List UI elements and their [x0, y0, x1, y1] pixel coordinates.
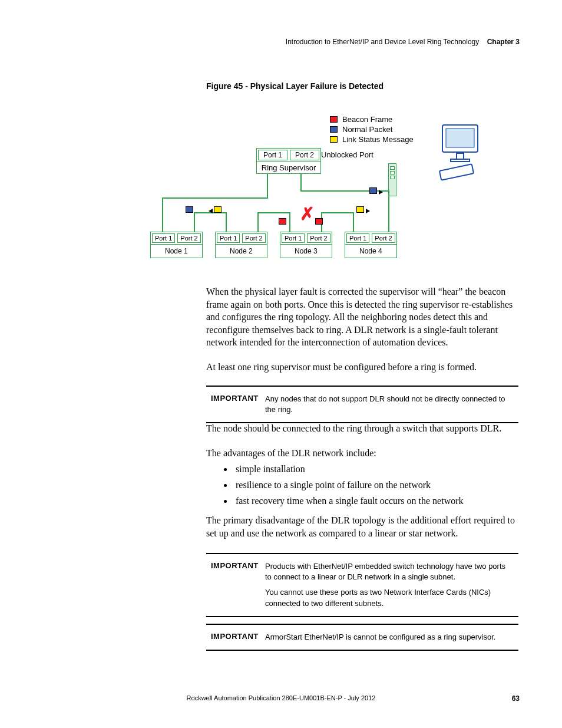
wire: [289, 212, 290, 232]
host-computer-icon: [439, 124, 483, 195]
page-footer: Rockwell Automation Publication 280E-UM0…: [0, 694, 562, 701]
page-number: 63: [512, 694, 520, 703]
wire: [353, 212, 354, 232]
node3-port1: Port 1: [282, 233, 305, 243]
node4-port1: Port 1: [346, 233, 369, 243]
legend-row: Link Status Message: [330, 135, 414, 144]
important-text: Products with EtherNet/IP embedded switc…: [265, 554, 518, 616]
advantages-list: simple installation resilience to a sing…: [219, 461, 518, 509]
link-status-packet-icon: [356, 206, 364, 213]
beacon-packet-icon: [279, 218, 286, 225]
supervisor-port2: Port 2: [290, 150, 319, 160]
node1-port1: Port 1: [152, 233, 175, 243]
diagram-legend: Beacon Frame Normal Packet Link Status M…: [330, 115, 414, 145]
arrow-right-icon: [379, 190, 383, 195]
node-3: Port 1 Port 2 Node 3: [280, 232, 332, 258]
important2-p2: You cannot use these ports as two Networ…: [265, 587, 514, 608]
chapter-label: Chapter 3: [487, 38, 520, 46]
legend-normal: Normal Packet: [342, 125, 392, 134]
page-header: Introduction to EtherNet/IP and Device L…: [286, 38, 520, 46]
fault-x-icon: ✗: [300, 203, 315, 224]
node3-label: Node 3: [280, 244, 332, 258]
link-status-packet-icon: [214, 206, 222, 213]
node4-label: Node 4: [345, 244, 396, 258]
paragraph-4: The advantages of the DLR network includ…: [206, 447, 518, 460]
arrow-left-icon: [209, 209, 213, 213]
node-2: Port 1 Port 2 Node 2: [215, 232, 267, 258]
important-label: IMPORTANT: [206, 625, 265, 650]
paragraph-1: When the physical layer fault is correct…: [206, 285, 518, 349]
node2-label: Node 2: [216, 244, 267, 258]
svg-rect-2: [457, 153, 464, 159]
node1-label: Node 1: [151, 244, 202, 258]
important-text: Any nodes that do not support DLR should…: [265, 387, 518, 422]
legend-linkstatus: Link Status Message: [342, 135, 414, 144]
node4-port2: Port 2: [372, 233, 395, 243]
paragraph-2: At least one ring supervisor must be con…: [206, 361, 518, 374]
dlr-diagram: Beacon Frame Normal Packet Link Status M…: [150, 115, 486, 268]
legend-swatch-red: [330, 116, 338, 123]
beacon-packet-icon: [315, 218, 323, 225]
legend-swatch-blue: [330, 126, 338, 133]
ring-supervisor: Port 1 Port 2 Ring Supervisor: [256, 148, 321, 174]
wire: [257, 212, 290, 213]
legend-beacon: Beacon Frame: [342, 115, 392, 124]
important-label: IMPORTANT: [206, 554, 265, 616]
wire: [321, 212, 354, 213]
wire: [300, 174, 302, 192]
list-item: resilience to a single point of failure …: [233, 477, 518, 493]
legend-row: Beacon Frame: [330, 115, 414, 124]
switch-device-icon: [388, 163, 396, 196]
node3-port2: Port 2: [307, 233, 330, 243]
wire: [162, 197, 268, 199]
node-4: Port 1 Port 2 Node 4: [345, 232, 397, 258]
node2-port2: Port 2: [242, 233, 265, 243]
wire: [267, 174, 268, 197]
important-box-3: IMPORTANT ArmorStart EtherNet/IP is cann…: [206, 624, 518, 651]
svg-rect-4: [439, 164, 474, 180]
list-item: fast recovery time when a single fault o…: [233, 493, 518, 509]
node1-port2: Port 2: [177, 233, 200, 243]
normal-packet-icon: [186, 206, 193, 213]
paragraph-3: The node should be connected to the ring…: [206, 422, 518, 435]
arrow-right-icon: [366, 209, 370, 213]
header-title: Introduction to EtherNet/IP and Device L…: [286, 38, 479, 46]
supervisor-label: Ring Supervisor: [257, 162, 320, 173]
figure-caption: Figure 45 - Physical Layer Failure is De…: [206, 81, 384, 91]
important2-p1: Products with EtherNet/IP embedded switc…: [265, 561, 514, 582]
wire: [257, 212, 259, 232]
important-box-1: IMPORTANT Any nodes that do not support …: [206, 386, 518, 423]
unblocked-port-label: Unblocked Port: [321, 150, 373, 160]
wire: [194, 212, 195, 232]
svg-rect-1: [446, 129, 474, 147]
important-box-2: IMPORTANT Products with EtherNet/IP embe…: [206, 553, 518, 617]
node-1: Port 1 Port 2 Node 1: [150, 232, 203, 258]
important-text: ArmorStart EtherNet/IP is cannot be conf…: [265, 625, 500, 650]
supervisor-port1: Port 1: [258, 150, 287, 160]
legend-row: Normal Packet: [330, 125, 414, 134]
list-item: simple installation: [233, 461, 518, 477]
wire: [226, 212, 227, 232]
legend-swatch-yellow: [330, 136, 338, 143]
publication-info: Rockwell Automation Publication 280E-UM0…: [187, 694, 376, 701]
important-label: IMPORTANT: [206, 387, 265, 422]
node2-port1: Port 1: [217, 233, 240, 243]
wire: [388, 196, 389, 232]
normal-packet-icon: [369, 187, 377, 194]
svg-rect-3: [451, 159, 470, 162]
wire: [162, 197, 163, 232]
wire: [388, 190, 389, 196]
paragraph-5: The primary disadvantage of the DLR topo…: [206, 514, 518, 539]
